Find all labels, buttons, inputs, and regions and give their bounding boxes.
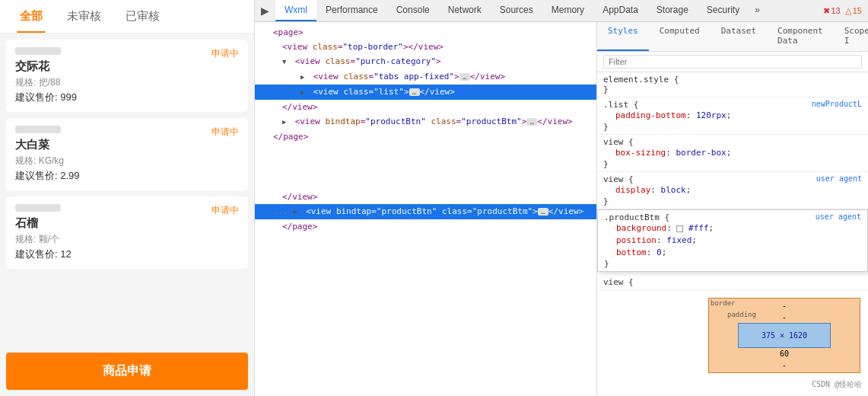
code-line-selected-bottom[interactable]: ... ▶ <view bindtap="productBtn" class="… — [255, 204, 596, 219]
more-tabs-button[interactable]: » — [749, 0, 766, 21]
error-icon: ✖ — [823, 6, 830, 16]
style-rule: .list {newProductL padding-bottom: 120rp… — [597, 97, 868, 135]
styles-sub-tab-bar: Styles Computed Dataset Component Data S… — [597, 22, 868, 52]
filter-input[interactable] — [603, 55, 862, 69]
subtab-dataset[interactable]: Dataset — [711, 22, 767, 51]
code-line: ▶ <view class="tabs app-fixed">…</view> — [255, 69, 596, 85]
devtools-panel: ▶ Wxml Performance Console Network Sourc… — [255, 0, 868, 396]
list-item: 申请中 石榴 规格: 颗/个 建议售价: 12 — [6, 196, 248, 269]
tab-wxml[interactable]: Wxml — [275, 0, 316, 21]
tab-performance[interactable]: Performance — [316, 0, 387, 21]
product-spec: 规格: 把/88 — [15, 76, 239, 89]
devtools-error-area: ✖ 13 △ 15 — [817, 0, 869, 21]
subtab-component-data[interactable]: Component Data — [767, 22, 834, 51]
product-name: 大白菜 — [15, 138, 239, 152]
list-item: 申请中 大白菜 规格: KG/kg 建议售价: 2.99 — [6, 118, 248, 190]
product-spec: 规格: KG/kg — [15, 155, 239, 168]
product-status: 申请中 — [211, 47, 239, 60]
product-price: 建议售价: 2.99 — [15, 169, 239, 183]
style-rule: view { box-sizing: border-box; } — [597, 135, 868, 172]
product-name: 交际花 — [15, 59, 239, 74]
style-rule: view { — [597, 275, 868, 290]
product-image-placeholder — [15, 47, 61, 55]
code-line: </view> — [255, 190, 596, 204]
code-line: </view> — [255, 100, 596, 114]
product-price: 建议售价: 999 — [15, 91, 239, 104]
code-empty — [255, 144, 596, 190]
code-line: <view class="top-border"></view> — [255, 40, 596, 54]
code-line: <page> — [255, 25, 596, 40]
devtools-inspect-icon[interactable]: ▶ — [255, 0, 275, 21]
left-tab-bar: 全部 未审核 已审核 — [0, 0, 254, 34]
style-rule-productbtm: .productBtm {user agent background: #fff… — [597, 209, 868, 272]
style-rule: element.style { } — [597, 72, 868, 97]
box-padding-top: - — [782, 313, 787, 321]
tab-memory[interactable]: Memory — [542, 0, 593, 21]
box-padding-label: padding — [727, 311, 756, 318]
code-line-selected[interactable]: ▶ <view class="list">…</view> — [255, 85, 596, 100]
subtab-computed[interactable]: Computed — [649, 22, 711, 51]
tab-network[interactable]: Network — [439, 0, 491, 21]
box-margin-top: - — [782, 302, 787, 310]
watermark: CSDN @怪哈哈 — [812, 379, 862, 390]
error-badge: ✖ 13 — [823, 6, 841, 16]
tab-sources[interactable]: Sources — [491, 0, 542, 21]
warn-count: 15 — [853, 6, 862, 15]
list-item: 申请中 交际花 规格: 把/88 建议售价: 999 — [6, 40, 248, 112]
product-name: 石榴 — [15, 216, 239, 231]
product-status: 申请中 — [211, 204, 239, 217]
code-line: ▼ <view class="purch-category"> — [255, 54, 596, 69]
product-spec: 规格: 颗/个 — [15, 233, 239, 246]
tab-security[interactable]: Security — [698, 0, 749, 21]
tab-approved[interactable]: 已审核 — [113, 0, 172, 33]
product-image-placeholder — [15, 126, 61, 133]
code-line: ▶ <view bindtap="productBtn" class="prod… — [255, 114, 596, 129]
apply-button[interactable]: 商品申请 — [6, 353, 248, 390]
product-image-placeholder — [15, 204, 61, 212]
error-count: 13 — [831, 6, 841, 15]
tab-appdata[interactable]: AppData — [593, 0, 647, 21]
box-border-label: border — [711, 299, 736, 307]
style-rule: view {user agent display: block; } — [597, 172, 868, 209]
box-model: border - padding - 375 × 1620 60 - — [708, 298, 860, 373]
box-content-size: 375 × 1620 — [761, 331, 807, 340]
product-list: 申请中 交际花 规格: 把/88 建议售价: 999 申请中 大白菜 规格: K… — [0, 34, 254, 346]
tab-pending[interactable]: 未审核 — [55, 0, 113, 33]
code-line: </page> — [255, 219, 596, 234]
wxml-code-panel: <page> <view class="top-border"></view> … — [255, 22, 597, 396]
tab-all[interactable]: 全部 — [8, 0, 55, 33]
styles-panel: Styles Computed Dataset Component Data S… — [597, 22, 868, 396]
warn-icon: △ — [845, 6, 851, 16]
devtools-tab-bar: ▶ Wxml Performance Console Network Sourc… — [255, 0, 868, 22]
devtools-content: <page> <view class="top-border"></view> … — [255, 22, 868, 396]
subtab-styles[interactable]: Styles — [597, 22, 649, 51]
tab-console[interactable]: Console — [387, 0, 439, 21]
subtab-scope[interactable]: Scope I — [834, 22, 868, 51]
product-status: 申请中 — [211, 126, 239, 139]
box-border-bottom: - — [715, 361, 854, 369]
box-padding-bottom: 60 — [730, 350, 838, 358]
code-line: </page> — [255, 129, 596, 144]
styles-filter-bar — [597, 52, 868, 72]
tab-storage[interactable]: Storage — [647, 0, 698, 21]
warn-badge: △ 15 — [845, 6, 862, 16]
product-price: 建议售价: 12 — [15, 248, 239, 261]
